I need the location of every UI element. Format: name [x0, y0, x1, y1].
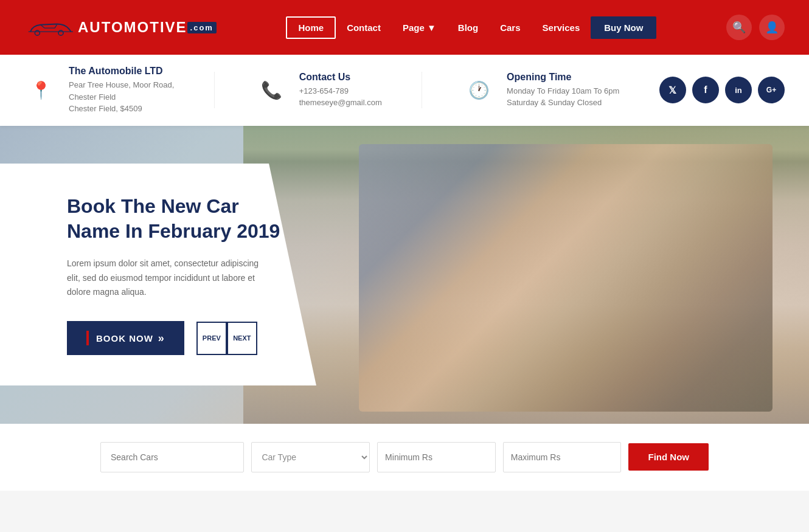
hours-text: Opening Time Monday To Friday 10am To 6p…	[507, 72, 619, 109]
hero-photo	[359, 144, 773, 412]
nav-link-blog[interactable]: Blog	[447, 18, 489, 38]
double-arrow-icon: »	[158, 332, 165, 345]
nav-item-buynow[interactable]: Buy Now	[591, 16, 656, 39]
opening-label: Opening Time	[507, 72, 619, 83]
car-type-select[interactable]: Car TypeSedanSUVHatchbackTruckCoupe	[251, 442, 370, 472]
search-section: Car TypeSedanSUVHatchbackTruckCoupe Find…	[0, 424, 809, 491]
contact-info: 📞 Contact Us +123-654-789 themeseye@gmai…	[255, 72, 382, 109]
hours-info: 🕐 Opening Time Monday To Friday 10am To …	[462, 72, 619, 109]
googleplus-button[interactable]: G+	[758, 77, 785, 103]
address-text: The Automobile LTD Pear Tree House, Moor…	[69, 66, 174, 115]
nav-icons: 🔍 👤	[726, 15, 785, 40]
logo-text-area: AUTOMOTIVE.com	[78, 19, 217, 35]
logo-suffix: .com	[187, 22, 217, 33]
find-now-button[interactable]: Find Now	[628, 443, 709, 471]
twitter-icon: 𝕏	[668, 85, 676, 96]
find-btn-label: Find Now	[648, 452, 689, 462]
address-details: Pear Tree House, Moor Road, Chester Fiel…	[69, 79, 174, 115]
hero-description: Lorem ipsum dolor sit amet, consectetur …	[67, 257, 274, 300]
nav-link-services[interactable]: Services	[532, 18, 591, 38]
bottom-space	[0, 491, 809, 533]
nav-link-cars[interactable]: Cars	[489, 18, 531, 38]
hero-title: Book The New Car Name In February 2019	[67, 194, 286, 244]
nav-link-contact[interactable]: Contact	[336, 18, 392, 38]
logo-brand: AUTOMOTIVE	[78, 19, 187, 35]
search-button[interactable]: 🔍	[726, 15, 752, 40]
linkedin-button[interactable]: in	[725, 77, 752, 103]
user-icon: 👤	[765, 21, 779, 34]
social-icons: 𝕏 f in G+	[659, 77, 785, 103]
company-name: The Automobile LTD	[69, 66, 174, 77]
nav-link-page[interactable]: Page ▼	[392, 18, 447, 38]
nav-item-page[interactable]: Page ▼	[392, 18, 447, 38]
book-now-button[interactable]: BOOK NOW »	[67, 321, 184, 355]
hero-content-card: Book The New Car Name In February 2019 L…	[0, 164, 316, 386]
facebook-icon: f	[704, 85, 707, 95]
divider-2	[422, 72, 422, 108]
max-price-field[interactable]	[511, 443, 614, 472]
nav-item-contact[interactable]: Contact	[336, 18, 392, 38]
dropdown-arrow-icon: ▼	[427, 22, 436, 33]
logo-main: AUTOMOTIVE.com	[78, 19, 217, 35]
hero-actions: BOOK NOW » PREV NEXT	[67, 321, 286, 355]
prev-next-nav: PREV NEXT	[196, 322, 257, 355]
nav-item-cars[interactable]: Cars	[489, 18, 531, 38]
nav-link-home[interactable]: Home	[286, 16, 336, 39]
nav-link-buynow[interactable]: Buy Now	[591, 16, 656, 39]
min-price-field[interactable]	[385, 443, 488, 472]
contact-text: Contact Us +123-654-789 themeseye@gmail.…	[299, 72, 382, 109]
contact-details: +123-654-789 themeseye@gmail.com	[299, 85, 382, 109]
search-cars-input[interactable]	[100, 442, 244, 472]
divider-1	[214, 72, 215, 108]
max-price-input[interactable]	[503, 442, 622, 472]
search-bar: Car TypeSedanSUVHatchbackTruckCoupe Find…	[100, 442, 709, 472]
linkedin-icon: in	[735, 86, 742, 95]
search-icon: 🔍	[732, 21, 746, 34]
svg-point-1	[58, 30, 63, 35]
navbar: AUTOMOTIVE.com Home Contact Page ▼ Blog …	[0, 0, 809, 55]
address-info: 📍 The Automobile LTD Pear Tree House, Mo…	[24, 66, 174, 115]
contact-label: Contact Us	[299, 72, 382, 83]
twitter-button[interactable]: 𝕏	[659, 77, 686, 103]
nav-item-blog[interactable]: Blog	[447, 18, 489, 38]
clock-icon: 🕐	[462, 74, 496, 107]
nav-item-services[interactable]: Services	[532, 18, 591, 38]
car-logo-icon	[24, 17, 73, 38]
min-price-input[interactable]	[377, 442, 496, 472]
googleplus-icon: G+	[766, 86, 776, 94]
location-icon: 📍	[24, 74, 58, 107]
hours-details: Monday To Friday 10am To 6pm Saturday & …	[507, 85, 619, 109]
book-btn-label: BOOK NOW	[96, 333, 153, 344]
phone-icon: 📞	[255, 74, 288, 107]
next-button[interactable]: NEXT	[227, 322, 257, 355]
user-button[interactable]: 👤	[759, 15, 785, 40]
svg-point-0	[35, 30, 40, 35]
prev-button[interactable]: PREV	[196, 322, 227, 355]
info-bar: 📍 The Automobile LTD Pear Tree House, Mo…	[0, 55, 809, 126]
logo-area: AUTOMOTIVE.com	[24, 17, 217, 38]
nav-item-home[interactable]: Home	[286, 16, 336, 39]
facebook-button[interactable]: f	[692, 77, 719, 103]
hero-section: Book The New Car Name In February 2019 L…	[0, 126, 809, 424]
nav-links: Home Contact Page ▼ Blog Cars Services B…	[286, 16, 656, 39]
